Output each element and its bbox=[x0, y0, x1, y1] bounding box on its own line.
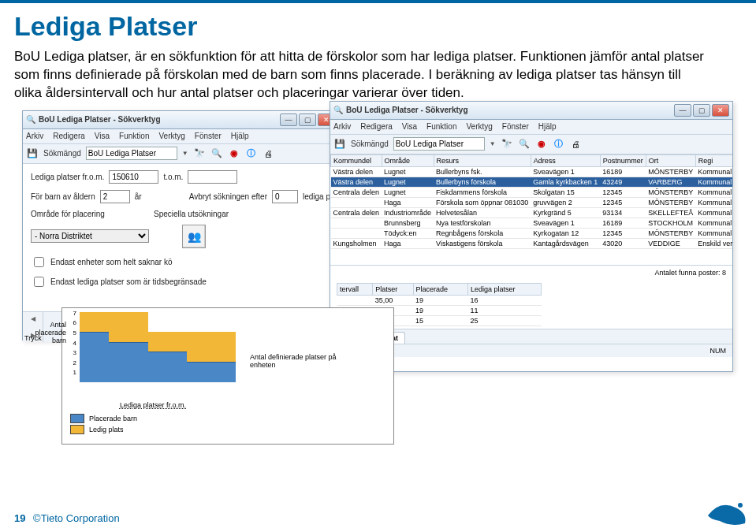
cell bbox=[331, 228, 382, 238]
cell: Skolgatan 15 bbox=[531, 187, 600, 197]
cell: Haga bbox=[382, 197, 434, 207]
cell: Bullerbyns fsk. bbox=[434, 166, 531, 177]
cell: STOCKHOLM bbox=[646, 218, 695, 228]
combo-dropdown-icon[interactable]: ▼ bbox=[182, 150, 188, 157]
stop-icon[interactable]: ◉ bbox=[228, 147, 240, 160]
find-icon[interactable]: 🔍 bbox=[210, 147, 223, 160]
menu-funktion[interactable]: Funktion bbox=[119, 132, 149, 140]
cell: 12345 bbox=[600, 197, 646, 207]
info-icon[interactable]: ⓘ bbox=[245, 147, 258, 160]
check-time-limited[interactable] bbox=[34, 277, 44, 287]
check-no-queue[interactable] bbox=[34, 257, 44, 267]
bar-column bbox=[158, 332, 167, 382]
bar-segment-placerade bbox=[226, 362, 236, 382]
print-icon[interactable]: 🖨 bbox=[570, 138, 583, 151]
menu-visa[interactable]: Visa bbox=[402, 122, 417, 131]
menu-funktion[interactable]: Funktion bbox=[426, 122, 456, 131]
menu-hjalp[interactable]: Hjälp bbox=[538, 122, 557, 131]
menu-fonster[interactable]: Fönster bbox=[502, 122, 529, 131]
combo-dropdown-icon[interactable]: ▼ bbox=[490, 140, 496, 147]
col-header[interactable]: Resurs bbox=[434, 154, 531, 166]
save-icon[interactable]: 💾 bbox=[26, 147, 39, 160]
maximize-button[interactable]: ▢ bbox=[693, 104, 710, 117]
cell: MÖNSTERBY bbox=[646, 166, 695, 177]
input-abort-count[interactable] bbox=[272, 190, 298, 203]
table-row[interactable]: Västra delenLugnetBullerbyns fsk.Sveaväg… bbox=[331, 166, 733, 177]
input-to-date[interactable] bbox=[188, 170, 237, 184]
people-icon: 👥 bbox=[188, 230, 201, 243]
binoculars-icon[interactable]: 🔭 bbox=[501, 138, 513, 151]
cell: Kommunal bbox=[695, 177, 732, 187]
col-header[interactable]: Postnummer bbox=[600, 154, 646, 166]
cell: Kyrkogatan 12 bbox=[531, 228, 600, 238]
col-header[interactable]: Ort bbox=[646, 154, 695, 166]
bar-segment-placerade bbox=[109, 342, 118, 382]
legend-swatch-ledig bbox=[70, 425, 84, 434]
chart-ylabel: Antal placerade barn bbox=[23, 321, 66, 344]
col-header[interactable]: Placerade bbox=[413, 283, 468, 295]
ytick: 6 bbox=[73, 319, 76, 326]
window-title: BoU Lediga Platser - Sökverktyg bbox=[39, 115, 161, 124]
input-from-date[interactable] bbox=[109, 170, 158, 184]
special-search-button[interactable]: 👥 bbox=[182, 225, 206, 248]
menu-arkiv[interactable]: Arkiv bbox=[26, 132, 43, 140]
print-icon[interactable]: 🖨 bbox=[263, 147, 275, 160]
save-icon[interactable]: 💾 bbox=[333, 138, 346, 151]
col-header[interactable]: Adress bbox=[531, 154, 600, 166]
cell: Regnbågens förskola bbox=[434, 228, 531, 238]
chart-xlabel: Lediga platser fr.o.m. bbox=[70, 401, 236, 409]
table-row[interactable]: BrunnsbergNya testförskolanSveavägen 116… bbox=[331, 218, 733, 228]
sokmangd-combo[interactable] bbox=[86, 147, 177, 160]
find-icon[interactable]: 🔍 bbox=[518, 138, 531, 151]
cell: Tödyck:en bbox=[382, 228, 434, 238]
cell: MÖNSTERBY bbox=[646, 187, 695, 197]
bar-column bbox=[226, 332, 236, 382]
col-header[interactable]: Platser bbox=[373, 283, 413, 295]
table-row[interactable]: KungsholmenHagaViskastigens förskolaKant… bbox=[331, 238, 733, 248]
menu-hjalp[interactable]: Hjälp bbox=[231, 132, 249, 140]
col-header[interactable]: Lediga platser bbox=[468, 283, 542, 295]
bar-segment-ledig bbox=[197, 332, 207, 362]
label-area: Område för placering bbox=[31, 210, 149, 218]
input-age[interactable] bbox=[100, 190, 130, 203]
bar-segment-ledig bbox=[128, 312, 138, 342]
col-header[interactable]: Regi bbox=[695, 154, 732, 166]
menu-redigera[interactable]: Redigera bbox=[360, 122, 393, 131]
menu-verktyg[interactable]: Verktyg bbox=[466, 122, 492, 131]
cell: 35,00 bbox=[373, 295, 413, 305]
col-header[interactable]: Område bbox=[382, 154, 434, 166]
bar-segment-placerade bbox=[99, 332, 109, 382]
table-row[interactable]: HagaFörskola som öppnar 081030gruvvägen … bbox=[331, 197, 733, 207]
legend-label-placerade: Placerade barn bbox=[89, 415, 137, 422]
minimize-button[interactable]: — bbox=[280, 113, 297, 126]
bar-segment-ledig bbox=[207, 332, 216, 362]
table-row[interactable]: Västra delenLugnetBullerbyns förskolaGam… bbox=[331, 177, 733, 187]
results-table: KommundelOmrådeResursAdressPostnummerOrt… bbox=[330, 154, 732, 249]
close-button[interactable]: ✕ bbox=[712, 104, 729, 117]
cell bbox=[337, 295, 373, 305]
menu-verktyg[interactable]: Verktyg bbox=[158, 132, 184, 140]
select-area[interactable]: - Norra Distriktet bbox=[31, 229, 149, 243]
label-time-limited: Endast lediga platser som är tidsbegräns… bbox=[50, 277, 207, 286]
maximize-button[interactable]: ▢ bbox=[299, 113, 316, 126]
menu-visa[interactable]: Visa bbox=[95, 132, 110, 140]
bar-column bbox=[80, 312, 89, 382]
menu-fonster[interactable]: Fönster bbox=[195, 132, 222, 140]
info-icon[interactable]: ⓘ bbox=[553, 138, 565, 151]
minimize-button[interactable]: — bbox=[674, 104, 691, 117]
bar-segment-placerade bbox=[138, 342, 147, 382]
bar-column bbox=[187, 332, 196, 382]
table-row[interactable]: Centrala delenIndustriområdeHelvetesålan… bbox=[331, 207, 733, 218]
menu-redigera[interactable]: Redigera bbox=[53, 132, 85, 140]
stop-icon[interactable]: ◉ bbox=[535, 138, 548, 151]
table-row[interactable]: Centrala delenLugnetFiskdammens förskola… bbox=[331, 187, 733, 197]
cell: Centrala delen bbox=[331, 207, 382, 218]
bar-segment-placerade bbox=[167, 352, 177, 382]
col-header[interactable]: tervall bbox=[337, 283, 373, 295]
table-row[interactable]: Tödyck:enRegnbågens förskolaKyrkogatan 1… bbox=[331, 228, 733, 238]
binoculars-icon[interactable]: 🔭 bbox=[193, 147, 206, 160]
table-row[interactable]: 35,001916 bbox=[337, 295, 542, 305]
col-header[interactable]: Kommundel bbox=[331, 154, 382, 166]
menu-arkiv[interactable]: Arkiv bbox=[333, 122, 351, 131]
sokmangd-combo[interactable] bbox=[393, 137, 485, 151]
